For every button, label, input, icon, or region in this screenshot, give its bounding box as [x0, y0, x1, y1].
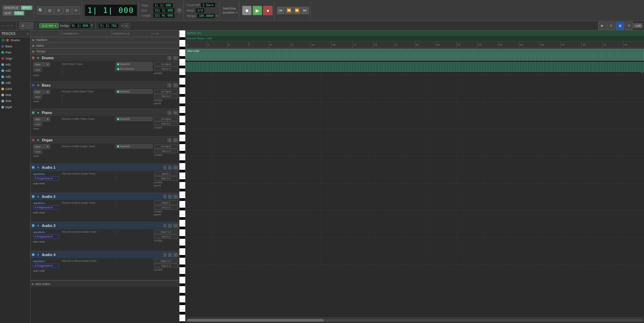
bass-insert1[interactable]: Xpand!2: [115, 89, 153, 94]
fast-forward-button[interactable]: ⏩: [293, 7, 301, 14]
bass-clips-dropdown[interactable]: clips ▾: [33, 90, 50, 94]
jazz-loop-clip[interactable]: Jazz Loop: [186, 49, 644, 61]
bass-s-button[interactable]: S: [168, 84, 171, 87]
sidebar-item-pian[interactable]: Pian: [0, 49, 30, 55]
sidebar-item-mstr[interactable]: Mstr: [0, 92, 30, 98]
bass-input-box[interactable]: no input: [154, 89, 178, 94]
rewind-button[interactable]: ⏪: [285, 7, 293, 14]
audio2-polyphonic-dropdown[interactable]: A Polyphonic ▾: [33, 205, 59, 210]
midi-editor-bar[interactable]: ▶ MIDI Editor: [30, 280, 179, 287]
audio2-i-button[interactable]: I: [164, 195, 166, 199]
organ-insert1[interactable]: Xpand!2: [115, 144, 153, 148]
audio1-auto-read[interactable]: auto read: [33, 182, 45, 185]
left-arrow-icon[interactable]: ←: [1, 24, 5, 27]
piano-clips-dropdown[interactable]: clips ▾: [33, 117, 50, 121]
select-tool-icon[interactable]: ✛: [55, 6, 63, 15]
drums-insert1[interactable]: Xpand!2: [115, 62, 153, 66]
piano-s-button[interactable]: S: [168, 111, 171, 115]
markers-header[interactable]: ▶ Markers: [30, 37, 179, 43]
audio2-m-button[interactable]: M: [173, 195, 178, 199]
audio3-waveform-label[interactable]: waveform: [33, 231, 45, 234]
audio4-output-box[interactable]: Out 1-2: [154, 263, 178, 268]
zoom-tool-icon[interactable]: 🔍: [37, 6, 45, 15]
sidebar-item-click[interactable]: Click: [0, 86, 30, 92]
stop-button[interactable]: ■: [242, 6, 252, 15]
drums-read-label[interactable]: read: [33, 68, 42, 72]
nudge-value[interactable]: 0| 1| 000: [70, 23, 90, 28]
end-value[interactable]: 33| 1| 000: [153, 8, 175, 13]
midi-editor-expand[interactable]: ▶: [32, 282, 34, 285]
audio3-output-box[interactable]: Out 1-2: [154, 234, 178, 239]
audio4-polyphonic-dropdown[interactable]: A Polyphonic ▾: [33, 263, 59, 268]
sidebar-item-ad3[interactable]: Ad3: [0, 74, 30, 80]
audio2-s-button[interactable]: S: [168, 195, 172, 199]
cursor-icon[interactable]: ⊙: [607, 22, 615, 30]
organ-output-box[interactable]: Out 1-2: [154, 149, 178, 153]
audio3-polyphonic-dropdown[interactable]: A Polyphonic ▾: [33, 234, 59, 239]
scroll-track[interactable]: [187, 319, 643, 322]
nudge-t-icon[interactable]: T: [91, 24, 93, 27]
blue-btn-icon[interactable]: ▣: [616, 22, 624, 30]
organ-s-button[interactable]: S: [168, 138, 171, 142]
grid-down-icon[interactable]: ▾: [55, 24, 56, 27]
tempo-down-icon[interactable]: ▾: [216, 14, 218, 18]
meter-header[interactable]: ▶ Meter: [30, 43, 179, 48]
sidebar-item-dlyr[interactable]: DlyR: [0, 104, 30, 110]
spot-button[interactable]: SPOT: [21, 5, 33, 10]
play-icon2[interactable]: ▶: [598, 22, 606, 30]
organ-m-button[interactable]: M: [173, 138, 178, 142]
quantize-down-icon[interactable]: ▾: [236, 11, 238, 14]
smart-tool-icon[interactable]: ⊟: [63, 6, 71, 15]
slip-button[interactable]: SLIP: [3, 11, 13, 16]
audio4-s-button[interactable]: S: [168, 253, 172, 257]
audio3-s-button[interactable]: S: [168, 224, 172, 228]
organ-input-box[interactable]: no input: [154, 144, 178, 148]
loop-end-handle[interactable]: ↩: [641, 71, 643, 74]
forward-icon[interactable]: →: [10, 24, 14, 27]
piano-read-label[interactable]: read: [33, 122, 42, 126]
audio1-output-box[interactable]: Out 1-2: [154, 176, 178, 181]
drums-s-button[interactable]: S: [168, 56, 171, 60]
tracks-menu-icon[interactable]: ≡: [27, 32, 29, 36]
audio1-i-button[interactable]: I: [164, 166, 166, 169]
play-button[interactable]: ▶: [253, 6, 262, 15]
piano-output-box[interactable]: Out 1-2: [154, 121, 178, 126]
loop-button[interactable]: ⟳: [177, 8, 182, 13]
start-value[interactable]: 1| 1| 000: [153, 3, 173, 8]
arrange-tracks-container[interactable]: Jazz Loop ↩: [186, 48, 644, 318]
piano-insert1[interactable]: Xpand!2: [115, 117, 153, 121]
audio2-auto-read[interactable]: auto read: [33, 211, 45, 214]
audio1-m-button[interactable]: M: [173, 166, 178, 169]
grid-button[interactable]: GRID: [14, 11, 25, 16]
shuffle-button[interactable]: SHUFFLE: [3, 5, 20, 10]
jazz-loop-clip2[interactable]: [186, 62, 644, 72]
pencil-tool-icon[interactable]: ✏: [72, 6, 80, 15]
length-value[interactable]: 32| 0| 000: [153, 13, 175, 18]
drums-m-button[interactable]: M: [173, 56, 178, 60]
sidebar-item-drums[interactable]: Drums: [0, 37, 30, 43]
drums-output-box[interactable]: Out 1-2: [154, 67, 178, 71]
sidebar-item-ad4[interactable]: Ad4: [0, 80, 30, 86]
audio3-i-button[interactable]: I: [164, 224, 166, 228]
goto-end-button[interactable]: ⏭: [301, 7, 309, 14]
audio2-input-box[interactable]: Input 1: [154, 201, 178, 205]
right-arrow-icon[interactable]: →: [6, 24, 9, 27]
audio3-input-box[interactable]: Input 1-2: [154, 230, 178, 234]
audio3-m-button[interactable]: M: [173, 224, 178, 228]
audio4-i-button[interactable]: I: [164, 253, 166, 257]
sidebar-item-ad1[interactable]: Ad1: [0, 62, 30, 68]
audio1-s-button[interactable]: S: [168, 166, 172, 169]
piano-m-button[interactable]: M: [173, 111, 178, 115]
drums-clips-dropdown[interactable]: clips ▾: [33, 62, 50, 67]
audio2-output-box[interactable]: Out 1-2: [154, 205, 178, 210]
sync-icon[interactable]: ⟲: [625, 22, 633, 30]
record-button[interactable]: ●: [263, 6, 273, 15]
bass-output-box[interactable]: Out 1-2: [154, 94, 178, 98]
audio4-auto-read[interactable]: auto read: [33, 269, 45, 272]
goto-start-button[interactable]: ⏮: [277, 7, 284, 14]
link-button[interactable]: Link: [634, 23, 643, 28]
audio1-polyphonic-dropdown[interactable]: A Polyphonic ▾: [33, 176, 59, 181]
audio4-input-box[interactable]: Input 1-2: [154, 259, 178, 263]
sidebar-item-ad2[interactable]: Ad2: [0, 68, 30, 74]
organ-read-label[interactable]: read: [33, 149, 42, 154]
